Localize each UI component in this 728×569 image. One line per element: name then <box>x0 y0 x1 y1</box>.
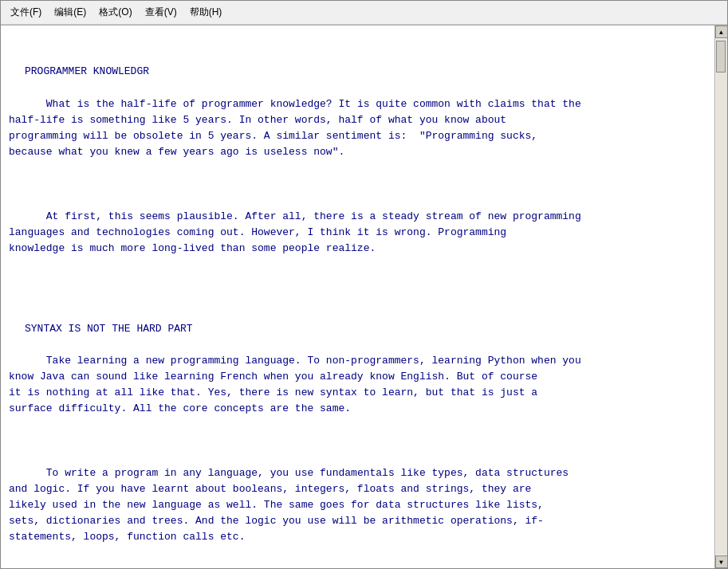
paragraph-1: What is the half-life of programmer know… <box>9 98 581 158</box>
text-editor[interactable]: PROGRAMMER KNOWLEDGR What is the half-li… <box>1 26 714 568</box>
menu-view[interactable]: 查看(V) <box>139 4 183 21</box>
heading-1: PROGRAMMER KNOWLEDGR <box>25 64 706 80</box>
paragraph-2: At first, this seems plausible. After al… <box>9 210 581 254</box>
menu-bar: 文件(F) 编辑(E) 格式(O) 查看(V) 帮助(H) <box>1 2 727 22</box>
heading-2: SYNTAX IS NOT THE HARD PART <box>25 321 706 337</box>
scroll-track[interactable] <box>716 39 727 555</box>
scroll-up-button[interactable]: ▲ <box>715 26 728 38</box>
scroll-down-button[interactable]: ▼ <box>715 555 728 568</box>
menu-file[interactable]: 文件(F) <box>4 4 48 21</box>
menu-edit[interactable]: 编辑(E) <box>48 4 92 21</box>
scroll-thumb[interactable] <box>716 41 726 73</box>
title-bar: 文件(F) 编辑(E) 格式(O) 查看(V) 帮助(H) <box>1 1 727 25</box>
menu-format[interactable]: 格式(O) <box>92 4 138 21</box>
menu-help[interactable]: 帮助(H) <box>183 4 229 21</box>
paragraph-3: Take learning a new programming language… <box>9 355 581 414</box>
scrollbar: ▲ ▼ <box>714 26 727 568</box>
paragraph-4: To write a program in any language, you … <box>9 467 569 543</box>
main-window: 文件(F) 编辑(E) 格式(O) 查看(V) 帮助(H) PROGRAMMER… <box>0 0 728 569</box>
content-area: PROGRAMMER KNOWLEDGR What is the half-li… <box>1 25 727 568</box>
